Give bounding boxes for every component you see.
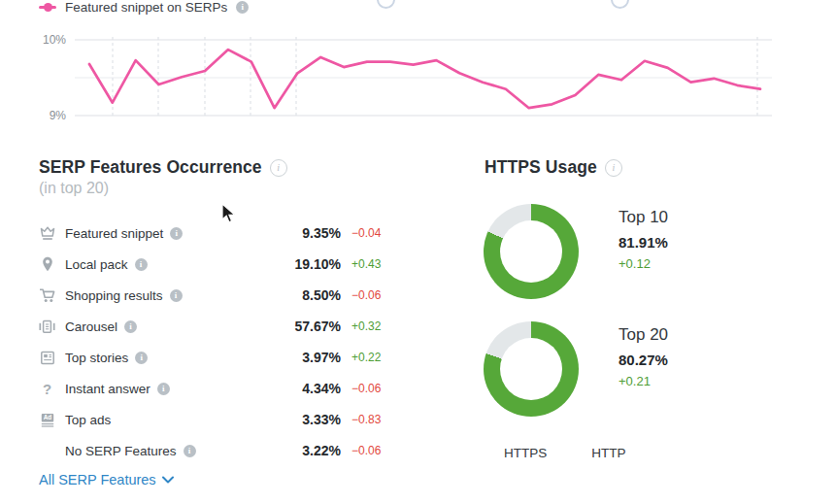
info-icon[interactable]: i [184, 445, 196, 457]
donut-value: 80.27% [619, 352, 668, 368]
feature-value: 57.67% [295, 319, 341, 334]
chevron-down-icon [162, 476, 174, 484]
serp-feature-row[interactable]: Local pack i 19.10% +0.43 [39, 249, 390, 280]
feature-change: −0.04 [351, 226, 390, 240]
feature-change: −0.06 [351, 288, 390, 302]
info-icon[interactable]: i [236, 1, 249, 14]
https-legend: HTTPS HTTP [485, 446, 626, 460]
serp-section-title: SERP Features Occurrence [39, 157, 262, 178]
serp-feature-row[interactable]: Ad Top ads 3.33% −0.83 [39, 404, 390, 435]
line-chart-canvas [0, 0, 836, 146]
feature-value: 4.34% [302, 381, 341, 396]
serp-feature-row[interactable]: Shopping results i 8.50% −0.06 [39, 280, 390, 311]
donut-top10-info: Top 10 81.91% +0.12 [619, 208, 668, 271]
feature-value: 3.33% [302, 412, 341, 427]
https-usage-header: HTTPS Usage i [485, 157, 622, 178]
legend-item-http[interactable]: HTTP [572, 446, 625, 460]
donut-change: +0.21 [619, 374, 668, 388]
pin-icon [39, 256, 55, 272]
info-icon[interactable]: i [270, 159, 287, 177]
feature-change: +0.22 [351, 351, 390, 364]
feature-value: 8.50% [302, 287, 341, 303]
feature-change: −0.06 [351, 444, 390, 457]
https-donut-top10 [484, 204, 579, 299]
info-icon[interactable]: i [135, 258, 148, 271]
feature-value: 9.35% [302, 225, 341, 241]
feature-value: 3.22% [302, 443, 341, 458]
info-icon[interactable]: i [605, 159, 622, 177]
serp-features-list: Featured snippet i 9.35% −0.04 Local pac… [39, 218, 390, 466]
feature-label: Top ads [65, 413, 111, 427]
cart-icon [39, 287, 55, 303]
serp-feature-row[interactable]: No SERP Features i 3.22% −0.06 [39, 435, 390, 466]
serp-feature-row[interactable]: ? Instant answer i 4.34% −0.06 [39, 373, 390, 404]
legend-label: HTTP [591, 446, 625, 460]
news-icon [39, 350, 55, 365]
featured-snippet-chart: Featured snippet on SERPs i 10% 9% [0, 0, 836, 146]
legend-line-marker [39, 3, 56, 12]
donut-change: +0.12 [619, 256, 668, 271]
serp-feature-row[interactable]: Carousel i 57.67% +0.32 [39, 311, 390, 342]
feature-label: No SERP Features [65, 444, 177, 458]
y-axis-tick-10: 10% [33, 33, 66, 47]
donut-label: Top 10 [619, 208, 668, 227]
https-swatch [485, 447, 497, 459]
feature-change: +0.43 [351, 257, 390, 271]
legend-item-https[interactable]: HTTPS [485, 446, 547, 460]
mouse-cursor [221, 203, 237, 224]
feature-label: Top stories [65, 351, 128, 365]
ad-icon: Ad [39, 412, 55, 427]
feature-change: −0.83 [351, 413, 390, 426]
serp-feature-row[interactable]: Top stories i 3.97% +0.22 [39, 342, 390, 373]
carousel-icon [39, 319, 55, 334]
chart-legend[interactable]: Featured snippet on SERPs i [39, 0, 249, 15]
feature-label: Local pack [65, 257, 128, 272]
feature-change: +0.32 [351, 319, 390, 333]
feature-label: Shopping results [65, 288, 163, 303]
feature-change: −0.06 [351, 382, 390, 395]
info-icon[interactable]: i [170, 227, 183, 240]
serp-features-header: SERP Features Occurrence i (in top 20) [39, 157, 287, 197]
info-icon[interactable]: i [124, 320, 137, 333]
info-icon[interactable]: i [135, 352, 148, 364]
info-icon[interactable]: i [170, 289, 183, 302]
feature-label: Featured snippet [65, 226, 163, 241]
info-icon[interactable]: i [157, 383, 170, 395]
feature-label: Carousel [65, 319, 117, 334]
serp-section-subtitle: (in top 20) [39, 180, 287, 197]
donut-label: Top 20 [619, 325, 668, 345]
chart-legend-label: Featured snippet on SERPs [65, 0, 227, 15]
donut-top20-info: Top 20 80.27% +0.21 [619, 325, 668, 388]
https-donut-top20 [484, 321, 579, 417]
question-icon: ? [39, 381, 55, 396]
all-serp-features-link[interactable]: All SERP Features [39, 472, 174, 487]
feature-label: Instant answer [65, 382, 150, 396]
y-axis-tick-9: 9% [33, 109, 66, 122]
all-serp-features-label: All SERP Features [39, 472, 156, 487]
serp-feature-row[interactable]: Featured snippet i 9.35% −0.04 [39, 218, 390, 249]
https-section-title: HTTPS Usage [485, 157, 597, 178]
svg-text:Ad: Ad [43, 414, 51, 420]
legend-label: HTTPS [504, 446, 547, 460]
feature-value: 19.10% [295, 256, 341, 272]
donut-value: 81.91% [619, 234, 668, 251]
crown-icon [39, 225, 55, 241]
feature-value: 3.97% [302, 350, 341, 365]
http-swatch [572, 447, 585, 459]
